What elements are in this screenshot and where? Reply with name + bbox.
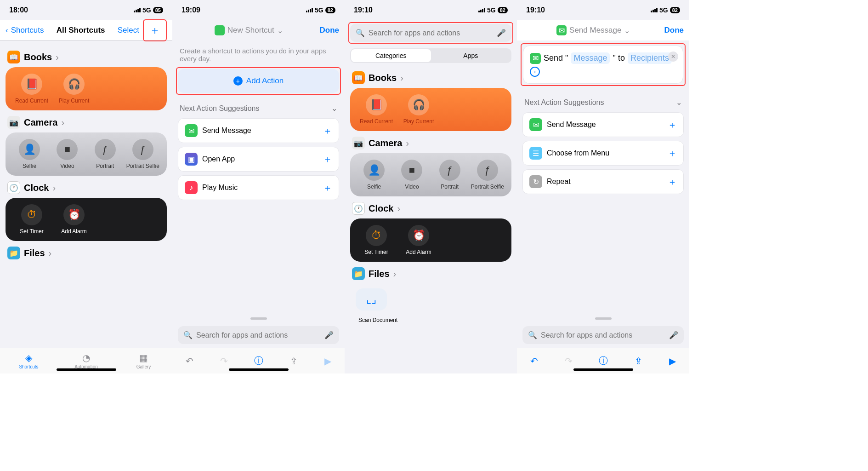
camera-card[interactable]: 👤Selfie ■Video ƒPortrait ƒPortrait Selfi… bbox=[350, 153, 511, 196]
shortcut-add-alarm[interactable]: ⏰Add Alarm bbox=[54, 204, 94, 235]
mic-icon[interactable]: 🎤 bbox=[324, 331, 334, 339]
done-button[interactable]: Done bbox=[664, 26, 684, 35]
shortcut-play-current[interactable]: 🎧Play Current bbox=[399, 94, 438, 125]
shortcut-selfie[interactable]: 👤Selfie bbox=[357, 160, 391, 190]
home-indicator[interactable] bbox=[573, 368, 633, 371]
search-bar[interactable]: 🔍 🎤 bbox=[350, 24, 511, 42]
section-camera[interactable]: 📷 Camera › bbox=[7, 116, 165, 129]
search-bar[interactable]: 🔍 🎤 bbox=[522, 326, 684, 344]
sheet-grabber[interactable] bbox=[250, 317, 267, 320]
share-button[interactable]: ⇪ bbox=[290, 356, 298, 367]
suggestion-send-message[interactable]: ✉Send Message＋ bbox=[178, 118, 339, 143]
shortcut-portrait-selfie[interactable]: ƒPortrait Selfie bbox=[125, 139, 160, 169]
books-card[interactable]: 📕Read Current 🎧Play Current bbox=[6, 67, 167, 110]
section-clock[interactable]: 🕐Clock› bbox=[352, 202, 510, 215]
shortcut-selfie[interactable]: 👤Selfie bbox=[12, 139, 47, 169]
back-button[interactable]: ‹ Shortcuts bbox=[6, 26, 44, 35]
info-button[interactable]: ⓘ bbox=[254, 355, 263, 367]
segmented-control[interactable]: Categories Apps bbox=[350, 48, 511, 63]
suggestion-send-message[interactable]: ✉Send Message＋ bbox=[522, 112, 684, 137]
shortcut-portrait[interactable]: ƒPortrait bbox=[88, 139, 123, 169]
expand-button[interactable]: › bbox=[530, 67, 540, 77]
suggestions-header[interactable]: Next Action Suggestions ⌄ bbox=[172, 95, 345, 116]
suggestion-open-app[interactable]: ▣Open App＋ bbox=[178, 147, 339, 172]
suggestions-header[interactable]: Next Action Suggestions ⌄ bbox=[517, 89, 689, 110]
battery-icon: 82 bbox=[670, 7, 680, 13]
plus-circle-icon: + bbox=[233, 76, 243, 86]
shortcut-video[interactable]: ■Video bbox=[394, 160, 429, 190]
share-button[interactable]: ⇪ bbox=[635, 356, 642, 367]
recipients-token[interactable]: Recipients bbox=[628, 52, 672, 64]
plus-icon[interactable]: ＋ bbox=[668, 176, 677, 188]
home-indicator[interactable] bbox=[229, 368, 289, 371]
section-books[interactable]: 📖Books› bbox=[352, 71, 510, 84]
redo-button[interactable]: ↷ bbox=[220, 356, 228, 367]
action-categories[interactable]: 📖Books› 📕Read Current 🎧Play Current 📷Cam… bbox=[345, 66, 517, 373]
shortcut-portrait[interactable]: ƒPortrait bbox=[432, 160, 467, 190]
plus-icon[interactable]: ＋ bbox=[323, 182, 332, 194]
undo-button[interactable]: ↶ bbox=[186, 356, 193, 367]
section-files[interactable]: 📁 Files › bbox=[7, 247, 165, 259]
chevron-down-icon[interactable]: ⌄ bbox=[624, 26, 630, 35]
undo-button[interactable]: ↶ bbox=[530, 356, 538, 367]
add-action-button[interactable]: + Add Action bbox=[178, 69, 339, 93]
chevron-down-icon[interactable]: ⌄ bbox=[277, 26, 283, 35]
shortcut-read-current[interactable]: 📕Read Current bbox=[357, 94, 396, 125]
select-button[interactable]: Select bbox=[118, 26, 139, 35]
clock-card[interactable]: ⏱Set Timer ⏰Add Alarm bbox=[6, 198, 167, 241]
mic-icon[interactable]: 🎤 bbox=[669, 331, 678, 339]
tab-gallery[interactable]: ▦Gallery bbox=[115, 348, 172, 373]
play-button[interactable]: ▶ bbox=[669, 356, 676, 367]
section-camera[interactable]: 📷Camera› bbox=[352, 137, 510, 149]
section-books[interactable]: 📖 Books › bbox=[7, 51, 165, 63]
music-icon: ♪ bbox=[185, 181, 198, 194]
play-button[interactable]: ▶ bbox=[324, 356, 331, 367]
suggestion-play-music[interactable]: ♪Play Music＋ bbox=[178, 175, 339, 200]
add-button[interactable]: ＋ bbox=[143, 19, 167, 41]
message-token[interactable]: Message bbox=[571, 52, 610, 64]
suggestion-choose-menu[interactable]: ☰Choose from Menu＋ bbox=[522, 141, 684, 166]
search-input[interactable] bbox=[196, 331, 321, 339]
sheet-grabber[interactable] bbox=[595, 317, 612, 320]
plus-icon: ＋ bbox=[149, 24, 160, 36]
timer-icon: ⏱ bbox=[366, 225, 387, 246]
shortcut-video[interactable]: ■Video bbox=[50, 139, 85, 169]
shortcut-scan-document[interactable]: ⌞⌟ bbox=[356, 288, 387, 310]
shortcut-icon bbox=[215, 25, 225, 35]
plus-icon[interactable]: ＋ bbox=[323, 153, 332, 166]
app-icon: ▣ bbox=[185, 153, 198, 166]
shortcut-read-current[interactable]: 📕Read Current bbox=[12, 74, 51, 104]
nav-title[interactable]: Send Message bbox=[569, 26, 621, 35]
plus-icon[interactable]: ＋ bbox=[668, 119, 677, 131]
seg-categories[interactable]: Categories bbox=[351, 49, 431, 62]
camera-card[interactable]: 👤Selfie ■Video ƒPortrait ƒPortrait Selfi… bbox=[6, 132, 167, 176]
shortcut-portrait-selfie[interactable]: ƒPortrait Selfie bbox=[470, 160, 505, 190]
done-button[interactable]: Done bbox=[319, 26, 339, 35]
shortcut-set-timer[interactable]: ⏱Set Timer bbox=[12, 204, 51, 235]
send-message-action[interactable]: ✉ Send " Message " to Recipients › ✕ bbox=[523, 46, 683, 84]
section-clock[interactable]: 🕐 Clock › bbox=[7, 181, 165, 194]
home-indicator[interactable] bbox=[57, 368, 116, 371]
suggestion-repeat[interactable]: ↻Repeat＋ bbox=[522, 169, 684, 194]
plus-icon[interactable]: ＋ bbox=[668, 147, 677, 160]
plus-icon[interactable]: ＋ bbox=[323, 125, 332, 137]
books-card[interactable]: 📕Read Current 🎧Play Current bbox=[350, 88, 511, 131]
info-button[interactable]: ⓘ bbox=[599, 355, 608, 367]
redo-button[interactable]: ↷ bbox=[565, 356, 573, 367]
shortcut-set-timer[interactable]: ⏱Set Timer bbox=[357, 225, 396, 255]
tab-shortcuts[interactable]: ◈Shortcuts bbox=[0, 348, 57, 373]
search-bar[interactable]: 🔍 🎤 bbox=[178, 326, 339, 344]
status-time: 19:09 bbox=[182, 6, 200, 14]
clear-button[interactable]: ✕ bbox=[668, 52, 678, 62]
shortcut-add-alarm[interactable]: ⏰Add Alarm bbox=[399, 225, 438, 255]
shortcuts-list[interactable]: 📖 Books › 📕Read Current 🎧Play Current 📷 … bbox=[0, 40, 172, 348]
search-input[interactable] bbox=[369, 29, 493, 37]
section-files[interactable]: 📁Files› bbox=[352, 267, 510, 280]
nav-title[interactable]: New Shortcut bbox=[227, 26, 274, 35]
mic-icon[interactable]: 🎤 bbox=[497, 29, 506, 37]
messages-icon: ✉ bbox=[185, 124, 198, 137]
seg-apps[interactable]: Apps bbox=[431, 49, 511, 62]
shortcut-play-current[interactable]: 🎧Play Current bbox=[54, 74, 94, 104]
search-input[interactable] bbox=[541, 331, 665, 339]
clock-card[interactable]: ⏱Set Timer ⏰Add Alarm bbox=[350, 218, 511, 262]
